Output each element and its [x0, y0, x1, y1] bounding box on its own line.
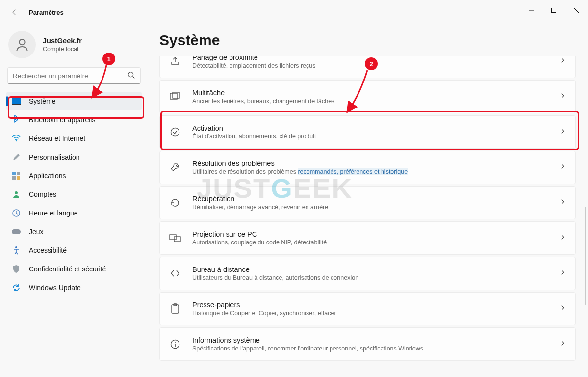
chevron-right-icon — [560, 163, 566, 172]
card-title: Bureau à distance — [192, 266, 560, 273]
search-box — [7, 67, 141, 84]
clipboard-icon — [169, 303, 181, 314]
chevron-right-icon — [560, 128, 566, 136]
account-block[interactable]: JustGeek.fr Compte local — [8, 31, 142, 58]
scrollbar[interactable] — [585, 207, 586, 305]
maximize-button[interactable] — [542, 0, 565, 20]
svg-rect-5 — [12, 98, 21, 104]
settings-cards: Partage de proximitéDétectabilité, empla… — [159, 56, 576, 361]
card-title: Partage de proximité — [192, 56, 560, 61]
wifi-icon — [11, 134, 21, 143]
sidebar-item-label: Applications — [29, 172, 66, 180]
brush-icon — [11, 152, 21, 162]
main-content: Système Partage de proximitéDétectabilit… — [148, 24, 588, 377]
sidebar-item-label: Heure et langue — [29, 209, 78, 217]
person-icon — [11, 189, 21, 199]
card-title: Informations système — [192, 336, 560, 344]
svg-point-7 — [16, 140, 17, 141]
bluetooth-icon — [11, 115, 21, 125]
card-subtitle: Réinitialiser, démarrage avancé, revenir… — [192, 204, 560, 211]
svg-rect-11 — [17, 176, 20, 180]
chevron-right-icon — [560, 234, 566, 242]
card-recuperation[interactable]: RécupérationRéinitialiser, démarrage ava… — [159, 186, 576, 219]
arrow-left-icon — [10, 8, 18, 16]
chevron-right-icon — [560, 340, 566, 349]
account-name: JustGeek.fr — [43, 37, 82, 45]
sidebar: JustGeek.fr Compte local Système Bluetoo… — [0, 24, 148, 377]
sidebar-item-update[interactable]: Windows Update — [6, 278, 142, 297]
card-title: Activation — [192, 124, 560, 132]
svg-point-3 — [128, 72, 133, 77]
monitor-icon — [11, 96, 21, 106]
info-icon — [169, 339, 181, 350]
svg-point-2 — [19, 39, 25, 45]
close-button[interactable] — [565, 0, 588, 20]
check-circle-icon — [169, 127, 181, 137]
card-subtitle: Utilitaires de résolution des problèmes … — [192, 168, 560, 175]
sidebar-item-reseau[interactable]: Réseau et Internet — [6, 129, 142, 148]
card-resolution[interactable]: Résolution des problèmesUtilitaires de r… — [159, 151, 576, 184]
accessibility-icon — [11, 245, 21, 255]
sidebar-item-bluetooth[interactable]: Bluetooth et appareils — [6, 110, 142, 129]
card-partage[interactable]: Partage de proximitéDétectabilité, empla… — [159, 56, 576, 78]
card-subtitle: Ancrer les fenêtres, bureaux, changement… — [192, 98, 560, 105]
svg-point-18 — [171, 128, 179, 136]
settings-window: Paramètres JustGeek.fr Compte local — [0, 0, 588, 377]
search-icon — [127, 71, 136, 81]
close-icon — [573, 7, 579, 13]
multitask-icon — [169, 92, 181, 102]
nav-list: Système Bluetooth et appareils Réseau et… — [6, 92, 142, 297]
sidebar-item-jeux[interactable]: Jeux — [6, 222, 142, 241]
minimize-icon — [528, 7, 534, 13]
svg-rect-9 — [17, 172, 20, 175]
svg-line-4 — [133, 77, 135, 79]
shield-icon — [11, 264, 21, 274]
sidebar-item-confidentialite[interactable]: Confidentialité et sécurité — [6, 260, 142, 278]
svg-rect-10 — [12, 176, 16, 180]
card-subtitle: Historique de Couper et Copier, synchron… — [192, 310, 560, 317]
card-presse-papiers[interactable]: Presse-papiersHistorique de Couper et Co… — [159, 292, 576, 325]
sidebar-item-label: Windows Update — [29, 284, 81, 292]
chevron-right-icon — [560, 198, 566, 207]
back-button[interactable] — [6, 4, 22, 20]
card-projection[interactable]: Projection sur ce PCAutorisations, coupl… — [159, 221, 576, 255]
card-subtitle: Autorisations, couplage du code NIP, dét… — [192, 239, 560, 246]
card-subtitle: Utilisateurs du Bureau à distance, autor… — [192, 274, 560, 281]
sidebar-item-systeme[interactable]: Système — [6, 92, 142, 110]
card-bureau-distance[interactable]: Bureau à distanceUtilisateurs du Bureau … — [159, 257, 576, 290]
card-multitache[interactable]: MultitâcheAncrer les fenêtres, bureaux, … — [159, 80, 576, 113]
card-subtitle: État d'activation, abonnements, clé de p… — [192, 133, 560, 140]
window-controls — [520, 0, 588, 20]
sidebar-item-label: Réseau et Internet — [29, 135, 85, 142]
sidebar-item-label: Personnalisation — [29, 153, 80, 161]
svg-point-24 — [175, 342, 176, 343]
sidebar-item-heure[interactable]: Heure et langue — [6, 204, 142, 222]
sidebar-item-personnalisation[interactable]: Personnalisation — [6, 148, 142, 166]
svg-rect-8 — [12, 172, 16, 175]
remote-icon — [169, 269, 181, 278]
avatar — [8, 31, 36, 58]
card-subtitle: Détectabilité, emplacement des fichiers … — [192, 62, 560, 69]
svg-point-15 — [15, 246, 17, 248]
card-infos-systeme[interactable]: Informations systèmeSpécifications de l'… — [159, 327, 576, 361]
svg-point-12 — [15, 191, 18, 194]
chevron-right-icon — [560, 92, 566, 101]
sidebar-item-label: Bluetooth et appareils — [29, 116, 95, 124]
svg-rect-1 — [552, 8, 556, 13]
card-activation[interactable]: ActivationÉtat d'activation, abonnements… — [159, 115, 576, 149]
card-title: Résolution des problèmes — [192, 160, 560, 167]
search-input[interactable] — [7, 67, 141, 84]
wrench-icon — [169, 162, 181, 173]
share-icon — [169, 56, 181, 67]
sidebar-item-comptes[interactable]: Comptes — [6, 185, 142, 204]
chevron-right-icon — [560, 57, 566, 66]
svg-rect-19 — [170, 235, 176, 240]
sidebar-item-label: Jeux — [29, 228, 44, 236]
svg-rect-14 — [12, 229, 21, 234]
sidebar-item-accessibilite[interactable]: Accessibilité — [6, 241, 142, 260]
sidebar-item-applications[interactable]: Applications — [6, 166, 142, 185]
gamepad-icon — [11, 227, 21, 237]
maximize-icon — [551, 7, 557, 13]
card-title: Projection sur ce PC — [192, 230, 560, 238]
minimize-button[interactable] — [520, 0, 542, 20]
